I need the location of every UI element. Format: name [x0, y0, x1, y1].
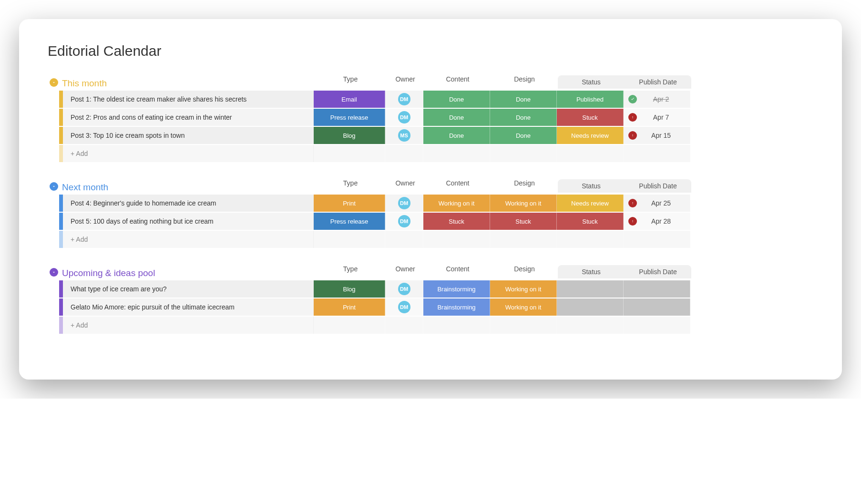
design-status-cell[interactable]: Done: [490, 127, 557, 144]
owner-cell[interactable]: DM: [385, 298, 423, 316]
add-item-button[interactable]: + Add: [63, 231, 314, 248]
empty-cell: [624, 231, 690, 248]
type-cell[interactable]: Blog: [314, 280, 385, 298]
add-row[interactable]: + Add: [59, 231, 813, 248]
owner-cell[interactable]: DM: [385, 213, 423, 230]
group-title[interactable]: This month: [62, 78, 315, 89]
alert-circle-icon: [628, 199, 637, 207]
status-cell[interactable]: Published: [557, 91, 624, 108]
add-item-button[interactable]: + Add: [63, 145, 314, 162]
owner-cell[interactable]: DM: [385, 195, 423, 212]
empty-cell: [314, 145, 385, 162]
publish-date-cell[interactable]: Apr 25: [624, 195, 690, 212]
status-cell[interactable]: Needs review: [557, 127, 624, 144]
status-cell[interactable]: Stuck: [557, 213, 624, 230]
owner-cell[interactable]: MS: [385, 127, 423, 144]
content-status-cell[interactable]: Brainstorming: [423, 298, 490, 316]
empty-cell: [557, 231, 624, 248]
type-cell[interactable]: Email: [314, 91, 385, 108]
publish-date-cell[interactable]: Apr 15: [624, 127, 690, 144]
publish-date-cell[interactable]: [624, 280, 690, 298]
column-header: Publish Date: [625, 78, 691, 86]
empty-cell: [423, 145, 490, 162]
item-name: Post 1: The oldest ice cream maker alive…: [71, 95, 246, 103]
empty-cell: [557, 317, 624, 334]
alert-circle-icon: [628, 113, 637, 122]
publish-date-text: Apr 2: [642, 95, 690, 103]
chevron-down-icon[interactable]: [50, 268, 58, 277]
column-header: Type: [315, 75, 386, 89]
type-cell[interactable]: Print: [314, 195, 385, 212]
add-row[interactable]: + Add: [59, 145, 813, 162]
table-row[interactable]: What type of ice cream are you? Blog DM …: [59, 280, 813, 298]
content-status-cell[interactable]: Done: [423, 91, 490, 108]
empty-cell: [423, 317, 490, 334]
type-cell[interactable]: Print: [314, 298, 385, 316]
chevron-down-icon[interactable]: [50, 182, 58, 191]
row-color-bar: [59, 317, 63, 334]
add-row[interactable]: + Add: [59, 317, 813, 334]
item-name-cell[interactable]: Post 2: Pros and cons of eating ice crea…: [63, 109, 314, 126]
publish-date-cell[interactable]: Apr 7: [624, 109, 690, 126]
add-item-button[interactable]: + Add: [63, 317, 314, 334]
type-cell[interactable]: Press release: [314, 109, 385, 126]
item-name-cell[interactable]: Post 1: The oldest ice cream maker alive…: [63, 91, 314, 108]
content-status-cell[interactable]: Done: [423, 109, 490, 126]
publish-date-cell[interactable]: Apr 2: [624, 91, 690, 108]
type-label: Press release: [330, 218, 368, 225]
owner-cell[interactable]: DM: [385, 109, 423, 126]
item-name: Post 5: 100 days of eating nothing but i…: [71, 217, 214, 225]
status-cell[interactable]: Stuck: [557, 109, 624, 126]
design-status-cell[interactable]: Working on it: [490, 280, 557, 298]
status-cell[interactable]: [557, 298, 624, 316]
table-row[interactable]: Post 2: Pros and cons of eating ice crea…: [59, 109, 813, 126]
item-name: Post 3: Top 10 ice cream spots in town: [71, 132, 184, 139]
shaded-header: Status Publish Date: [558, 179, 691, 193]
column-header: Type: [315, 179, 386, 193]
status-cell[interactable]: [557, 280, 624, 298]
shaded-header: Status Publish Date: [558, 75, 691, 89]
content-status-cell[interactable]: Stuck: [423, 213, 490, 230]
design-status-label: Done: [516, 114, 531, 121]
group: Upcoming & ideas pool Type Owner Content…: [48, 265, 813, 334]
empty-cell: [557, 145, 624, 162]
type-label: Press release: [330, 114, 368, 121]
group-rows: Post 4: Beginner's guide to homemade ice…: [48, 195, 813, 248]
design-status-cell[interactable]: Working on it: [490, 298, 557, 316]
item-name-cell[interactable]: Post 3: Top 10 ice cream spots in town: [63, 127, 314, 144]
design-status-cell[interactable]: Stuck: [490, 213, 557, 230]
item-name-cell[interactable]: Gelato Mio Amore: epic pursuit of the ul…: [63, 298, 314, 316]
type-cell[interactable]: Press release: [314, 213, 385, 230]
chevron-down-icon[interactable]: [50, 78, 58, 87]
empty-cell: [624, 145, 690, 162]
content-status-cell[interactable]: Brainstorming: [423, 280, 490, 298]
table-row[interactable]: Post 5: 100 days of eating nothing but i…: [59, 213, 813, 230]
table-row[interactable]: Gelato Mio Amore: epic pursuit of the ul…: [59, 298, 813, 316]
item-name-cell[interactable]: What type of ice cream are you?: [63, 280, 314, 298]
publish-date-cell[interactable]: [624, 298, 690, 316]
content-status-cell[interactable]: Done: [423, 127, 490, 144]
column-headers: Type Owner Content Design Status Publish…: [315, 179, 813, 193]
group-title[interactable]: Next month: [62, 182, 315, 193]
publish-date-cell[interactable]: Apr 28: [624, 213, 690, 230]
table-row[interactable]: Post 3: Top 10 ice cream spots in town B…: [59, 127, 813, 144]
column-header: Content: [424, 75, 491, 89]
design-status-cell[interactable]: Working on it: [490, 195, 557, 212]
item-name-cell[interactable]: Post 4: Beginner's guide to homemade ice…: [63, 195, 314, 212]
owner-cell[interactable]: DM: [385, 280, 423, 298]
owner-cell[interactable]: DM: [385, 91, 423, 108]
table-row[interactable]: Post 1: The oldest ice cream maker alive…: [59, 91, 813, 108]
row-cells: Print DM Working on it Working on it Nee…: [314, 195, 813, 212]
group-title[interactable]: Upcoming & ideas pool: [62, 268, 315, 278]
content-status-cell[interactable]: Working on it: [423, 195, 490, 212]
item-name-cell[interactable]: Post 5: 100 days of eating nothing but i…: [63, 213, 314, 230]
empty-cell: [314, 317, 385, 334]
empty-cell: [490, 145, 557, 162]
status-cell[interactable]: Needs review: [557, 195, 624, 212]
avatar: DM: [398, 93, 410, 105]
design-status-cell[interactable]: Done: [490, 109, 557, 126]
design-status-cell[interactable]: Done: [490, 91, 557, 108]
page-title: Editorial Calendar: [48, 43, 813, 59]
table-row[interactable]: Post 4: Beginner's guide to homemade ice…: [59, 195, 813, 212]
type-cell[interactable]: Blog: [314, 127, 385, 144]
